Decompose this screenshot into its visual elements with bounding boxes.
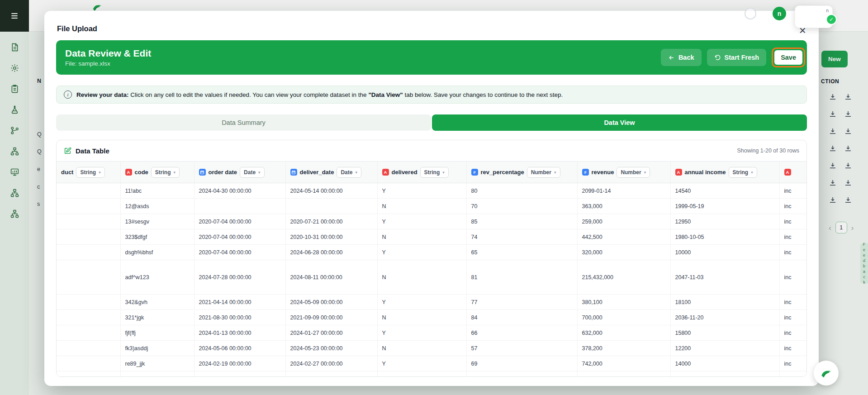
table-cell[interactable]: N <box>377 260 466 295</box>
table-cell[interactable]: 57 <box>466 341 577 356</box>
table-cell[interactable]: Y <box>377 356 466 371</box>
column-type-select[interactable]: String▾ <box>729 167 757 178</box>
table-cell[interactable]: 259,000 <box>577 214 670 229</box>
table-cell[interactable]: 1980-10-05 <box>670 229 779 245</box>
table-cell[interactable] <box>57 199 120 214</box>
table-cell[interactable]: 12@asds <box>120 199 194 214</box>
table-cell[interactable]: dsgh%bhsf <box>120 245 194 260</box>
table-cell[interactable] <box>57 295 120 310</box>
table-cell[interactable]: 74 <box>466 229 577 245</box>
table-cell[interactable]: 2024-01-13 00:00:00 <box>194 325 285 341</box>
table-cell[interactable]: re89_jjk <box>120 356 194 371</box>
table-cell[interactable]: 742,000 <box>577 356 670 371</box>
extension-badge[interactable]: n <box>773 7 786 20</box>
back-button[interactable]: Back <box>661 49 702 66</box>
start-fresh-button[interactable]: Start Fresh <box>707 49 767 66</box>
table-cell[interactable]: 77 <box>466 295 577 310</box>
table-cell[interactable] <box>57 310 120 325</box>
column-type-select[interactable]: Number▾ <box>617 167 650 178</box>
tab-data-summary[interactable]: Data Summary <box>56 114 431 131</box>
table-cell[interactable]: inc <box>779 310 806 325</box>
table-cell[interactable]: 11!abc <box>120 183 194 199</box>
table-cell[interactable]: 2020-07-04 00:00:00 <box>194 245 285 260</box>
table-cell[interactable]: inc <box>779 325 806 341</box>
table-cell[interactable]: 2020-10-31 00:00:00 <box>285 229 377 245</box>
table-cell[interactable]: 380,100 <box>577 295 670 310</box>
table-cell[interactable]: 12200 <box>670 341 779 356</box>
table-cell[interactable]: 2024-01-27 00:00:00 <box>285 325 377 341</box>
table-cell[interactable]: 64 <box>466 371 577 377</box>
table-cell[interactable]: inc <box>779 183 806 199</box>
table-cell[interactable]: inc <box>779 371 806 377</box>
table-cell[interactable] <box>285 199 377 214</box>
table-cell[interactable]: 12950 <box>670 214 779 229</box>
table-cell[interactable]: 2024-03-21 00:00:00 <box>194 371 285 377</box>
table-cell[interactable]: 2021-09-09 00:00:00 <box>285 310 377 325</box>
table-cell[interactable]: Y <box>377 245 466 260</box>
table-cell[interactable]: Y <box>377 325 466 341</box>
table-cell[interactable]: 15800 <box>670 325 779 341</box>
table-cell[interactable]: 18100 <box>670 295 779 310</box>
brand-logo-button[interactable] <box>814 361 839 385</box>
table-cell[interactable]: Y <box>377 371 466 377</box>
browser-widget-icon[interactable] <box>745 8 756 19</box>
table-cell[interactable]: 2047-11-03 <box>670 260 779 295</box>
table-cell[interactable]: 69 <box>466 356 577 371</box>
table-cell[interactable]: 13100 <box>670 371 779 377</box>
table-cell[interactable]: 363,000 <box>577 199 670 214</box>
table-cell[interactable]: 2024-02-19 00:00:00 <box>194 356 285 371</box>
column-type-select[interactable]: String▾ <box>151 167 180 178</box>
table-cell[interactable]: fjf(ffj <box>120 325 194 341</box>
table-cell[interactable]: hj5!kgf <box>120 371 194 377</box>
table-cell[interactable]: N <box>377 229 466 245</box>
table-cell[interactable]: inc <box>779 356 806 371</box>
table-cell[interactable]: N <box>377 199 466 214</box>
table-cell[interactable]: 442,500 <box>577 229 670 245</box>
column-type-select[interactable]: Date▾ <box>337 167 361 178</box>
table-cell[interactable]: 2099-01-14 <box>577 183 670 199</box>
table-cell[interactable]: 2024-02-27 00:00:00 <box>285 356 377 371</box>
table-cell[interactable]: 2021-04-14 00:00:00 <box>194 295 285 310</box>
table-cell[interactable]: inc <box>779 295 806 310</box>
table-cell[interactable]: inc <box>779 229 806 245</box>
table-cell[interactable] <box>57 245 120 260</box>
table-cell[interactable]: N <box>377 341 466 356</box>
table-cell[interactable]: 2036-11-20 <box>670 310 779 325</box>
table-cell[interactable]: N <box>377 310 466 325</box>
table-cell[interactable]: 2020-07-04 00:00:00 <box>194 229 285 245</box>
table-cell[interactable]: 65 <box>466 245 577 260</box>
table-cell[interactable]: Y <box>377 214 466 229</box>
table-cell[interactable]: Y <box>377 295 466 310</box>
table-cell[interactable]: inc <box>779 260 806 295</box>
table-cell[interactable]: 321*jgk <box>120 310 194 325</box>
check-badge-icon[interactable]: ✓ <box>826 14 837 25</box>
table-cell[interactable]: adf^w123 <box>120 260 194 295</box>
data-table-scroll[interactable]: ductString▾AcodeString▾order dateDate▾de… <box>57 161 806 377</box>
table-cell[interactable]: 632,000 <box>577 325 670 341</box>
column-type-select[interactable]: String▾ <box>76 167 104 178</box>
table-cell[interactable] <box>57 229 120 245</box>
table-cell[interactable]: 2024-05-06 00:00:00 <box>194 341 285 356</box>
table-cell[interactable]: 10000 <box>670 245 779 260</box>
table-cell[interactable]: 81 <box>466 260 577 295</box>
table-cell[interactable]: 323$dfgf <box>120 229 194 245</box>
table-cell[interactable]: inc <box>779 341 806 356</box>
table-cell[interactable]: inc <box>779 214 806 229</box>
table-cell[interactable] <box>57 371 120 377</box>
table-cell[interactable]: 342&gvh <box>120 295 194 310</box>
table-cell[interactable]: 2024-05-09 00:00:00 <box>285 295 377 310</box>
table-cell[interactable]: 378,200 <box>577 341 670 356</box>
table-cell[interactable] <box>57 325 120 341</box>
table-cell[interactable]: 70 <box>466 199 577 214</box>
table-cell[interactable]: 2024-05-23 00:00:00 <box>285 341 377 356</box>
tab-data-view[interactable]: Data View <box>432 114 807 131</box>
table-cell[interactable]: 2024-05-14 00:00:00 <box>285 183 377 199</box>
table-cell[interactable]: 584,000 <box>577 371 670 377</box>
table-cell[interactable] <box>194 199 285 214</box>
table-cell[interactable]: 215,432,000 <box>577 260 670 295</box>
table-cell[interactable]: 85 <box>466 214 577 229</box>
save-button[interactable]: Save <box>774 50 802 65</box>
column-type-select[interactable]: String▾ <box>420 167 449 178</box>
table-cell[interactable]: 2024-07-28 00:00:00 <box>194 260 285 295</box>
table-cell[interactable]: fk3)asddj <box>120 341 194 356</box>
